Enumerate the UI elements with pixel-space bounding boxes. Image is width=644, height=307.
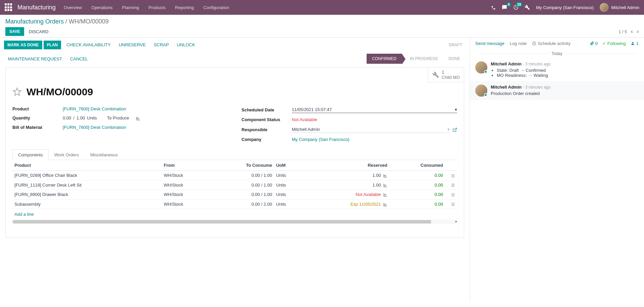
detailed-operations-icon[interactable] (450, 173, 455, 178)
cell-uom[interactable]: Units (274, 190, 303, 200)
detailed-operations-icon[interactable] (450, 202, 455, 207)
cell-consumed[interactable]: 0.00 (389, 199, 445, 209)
pager-prev-icon[interactable]: ‹ (631, 29, 633, 35)
nav-configuration[interactable]: Configuration (203, 5, 229, 10)
cell-product[interactable]: [FURN_1118] Corner Desk Left Sit (12, 180, 162, 190)
th-uom[interactable]: UoM (274, 160, 303, 171)
apps-icon[interactable] (5, 3, 13, 11)
user-menu[interactable]: Mitchell Admin (600, 3, 639, 12)
messages-icon[interactable]: 4 (502, 5, 507, 10)
forecast-icon[interactable] (383, 192, 387, 197)
tab-components[interactable]: Components (12, 149, 49, 160)
save-button[interactable]: SAVE (5, 27, 24, 36)
tab-miscellaneous[interactable]: Miscellaneous (85, 149, 123, 160)
scrap-button[interactable]: SCRAP (150, 40, 173, 49)
table-row[interactable]: [FURN_8900] Drawer Black WH/Stock 0.00 /… (12, 190, 457, 200)
cell-to-consume[interactable]: 0.00 / 1.00 (211, 180, 274, 190)
cell-from[interactable]: WH/Stock (162, 171, 211, 181)
cell-from[interactable]: WH/Stock (162, 180, 211, 190)
field-scheduled-date[interactable]: 11/05/2021 15:07:47▾ (292, 106, 457, 113)
th-consumed[interactable]: Consumed (389, 160, 445, 171)
nav-overview[interactable]: Overview (64, 5, 82, 10)
forecast-icon[interactable] (383, 202, 387, 207)
cancel-button[interactable]: CANCEL (66, 54, 92, 63)
cell-reserved[interactable]: Not Available (304, 190, 389, 200)
priority-star-icon[interactable] (12, 87, 22, 97)
detailed-operations-icon[interactable] (450, 192, 455, 197)
cell-uom[interactable]: Units (274, 180, 303, 190)
check-availability-button[interactable]: CHECK AVAILABILITY (62, 40, 115, 49)
cell-uom[interactable]: Units (274, 199, 303, 209)
table-row[interactable]: Subassembly WH/Stock 0.00 / 2.00 Units E… (12, 199, 457, 209)
field-qty[interactable]: 0.00 (63, 115, 71, 120)
maintenance-request-button[interactable]: MAINTENANCE REQUEST (4, 54, 66, 63)
cell-reserved[interactable]: 1.00 (304, 171, 389, 181)
dropdown-icon: ▾ (455, 107, 457, 112)
field-bom[interactable]: [FURN_7800] Desk Combination (63, 125, 126, 130)
status-confirmed[interactable]: CONFIRMED (367, 54, 402, 64)
cell-consumed[interactable]: 0.00 (389, 171, 445, 181)
status-done[interactable]: DONE (443, 54, 466, 64)
followers-button[interactable]: 1 (631, 41, 639, 46)
cell-reserved[interactable]: Exp 11/05/2021 (304, 199, 389, 209)
field-responsible[interactable]: Mitchell Admin▾ (292, 126, 450, 133)
phone-icon[interactable] (491, 5, 496, 10)
detailed-operations-icon[interactable] (450, 183, 455, 188)
th-reserved[interactable]: Reserved (304, 160, 389, 171)
forecast-icon[interactable] (383, 183, 387, 188)
cell-to-consume[interactable]: 0.00 / 1.00 (211, 190, 274, 200)
table-row[interactable]: [FURN_0269] Office Chair Black WH/Stock … (12, 171, 457, 181)
nav-planning[interactable]: Planning (122, 5, 139, 10)
field-product[interactable]: [FURN_7800] Desk Combination (63, 106, 126, 111)
cell-reserved[interactable]: 1.00 (304, 180, 389, 190)
schedule-activity-button[interactable]: Schedule activity (532, 41, 571, 46)
cell-from[interactable]: WH/Stock (162, 199, 211, 209)
external-link-icon[interactable] (452, 127, 457, 132)
status-draft[interactable]: DRAFT (445, 41, 466, 49)
pager-next-icon[interactable]: › (637, 29, 639, 35)
forecast-icon[interactable] (136, 115, 141, 121)
breadcrumb-root[interactable]: Manufacturing Orders (5, 18, 64, 25)
company-switcher[interactable]: My Company (San Francisco) (536, 5, 594, 10)
attachments-button[interactable]: 0 (590, 41, 598, 46)
nav-reporting[interactable]: Reporting (175, 5, 194, 10)
cell-uom[interactable]: Units (274, 171, 303, 181)
add-line-link[interactable]: Add a line (14, 212, 34, 217)
cell-to-consume[interactable]: 0.00 / 2.00 (211, 199, 274, 209)
log-note-button[interactable]: Log note (510, 41, 527, 46)
message-author[interactable]: Mitchell Admin (491, 85, 522, 90)
th-from[interactable]: From (162, 160, 211, 171)
th-to-consume[interactable]: To Consume (211, 160, 274, 171)
debug-icon[interactable] (525, 5, 530, 10)
cell-to-consume[interactable]: 0.00 / 1.00 (211, 171, 274, 181)
send-message-button[interactable]: Send message (475, 41, 504, 46)
nav-products[interactable]: Products (148, 5, 165, 10)
field-uom[interactable]: Units (87, 115, 97, 120)
cell-product[interactable]: Subassembly (12, 199, 162, 209)
cell-product[interactable]: [FURN_8900] Drawer Black (12, 190, 162, 200)
unreserve-button[interactable]: UNRESERVE (115, 40, 150, 49)
mark-done-button[interactable]: MARK AS DONE (4, 41, 42, 49)
field-company[interactable]: My Company (San Francisco) (292, 137, 350, 142)
child-mo-stat-button[interactable]: 1 Child MO (428, 67, 464, 82)
table-row[interactable]: [FURN_1118] Corner Desk Left Sit WH/Stoc… (12, 180, 457, 190)
nav-operations[interactable]: Operations (91, 5, 113, 10)
plan-button[interactable]: PLAN (44, 41, 61, 49)
following-button[interactable]: ✓ Following (602, 41, 626, 46)
app-brand[interactable]: Manufacturing (17, 4, 56, 11)
cell-product[interactable]: [FURN_0269] Office Chair Black (12, 171, 162, 181)
discard-button[interactable]: DISCARD (29, 29, 49, 34)
horizontal-scrollbar[interactable]: ◂▸ (12, 219, 457, 224)
activities-icon[interactable]: 28 (513, 5, 519, 10)
th-product[interactable]: Product (12, 160, 162, 171)
cell-from[interactable]: WH/Stock (162, 190, 211, 200)
forecast-icon[interactable] (383, 173, 387, 178)
field-qty-target[interactable]: 1.00 (76, 115, 85, 120)
label-product: Product (12, 106, 63, 111)
message-author[interactable]: Mitchell Admin (491, 61, 522, 66)
status-in-progress[interactable]: IN PROGRESS (402, 54, 443, 64)
unlock-button[interactable]: UNLOCK (173, 40, 199, 49)
tab-work-orders[interactable]: Work Orders (49, 149, 85, 160)
cell-consumed[interactable]: 0.00 (389, 180, 445, 190)
cell-consumed[interactable]: 0.00 (389, 190, 445, 200)
